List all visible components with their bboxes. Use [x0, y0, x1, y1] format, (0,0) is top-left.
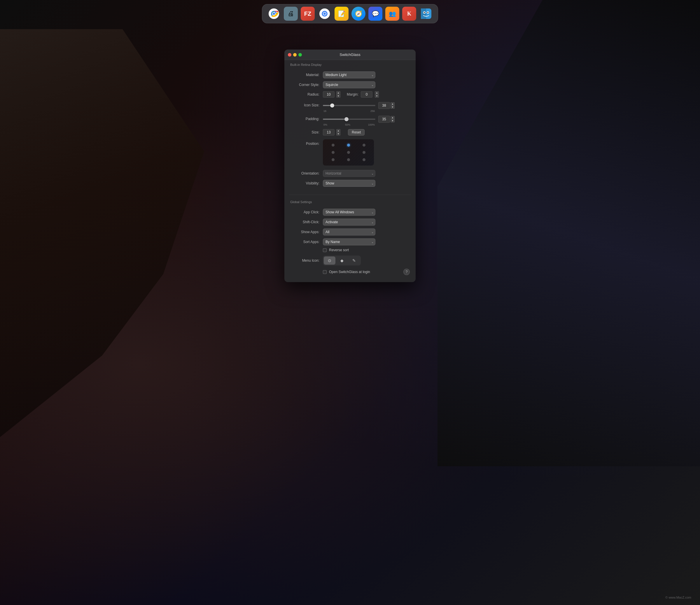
- menu-icon-option-1[interactable]: ◆: [336, 257, 348, 265]
- menu-icon-option-2[interactable]: ✎: [348, 257, 360, 265]
- position-dot-top-center[interactable]: [347, 144, 350, 147]
- traffic-lights: [288, 53, 302, 56]
- bottom-row: Open SwitchGlass at login ?: [284, 267, 416, 278]
- team-icon[interactable]: 👥: [385, 7, 399, 21]
- show-apps-select-wrapper: All Running Favorites: [323, 229, 375, 235]
- icon-size-increment[interactable]: ▲: [391, 102, 395, 105]
- svg-point-7: [323, 12, 326, 15]
- material-row: Material: Medium Light Medium Dark Light…: [284, 70, 416, 80]
- material-select[interactable]: Medium Light Medium Dark Light Dark Ultr…: [323, 71, 375, 78]
- visibility-row: Visibility: Show Hide Auto-hide: [284, 178, 416, 188]
- icon-size-thumb[interactable]: [330, 103, 334, 108]
- shift-click-label: Shift-Click:: [290, 220, 319, 224]
- icon-size-slider-row: 38 ▲ ▼: [323, 102, 395, 109]
- radius-input[interactable]: [323, 91, 334, 98]
- visibility-select[interactable]: Show Hide Auto-hide: [323, 180, 375, 187]
- chat-icon[interactable]: 💬: [368, 7, 382, 21]
- size-input[interactable]: [323, 129, 334, 135]
- icon-size-value-stepper: 38 ▲ ▼: [378, 102, 395, 109]
- svg-point-13: [427, 12, 428, 13]
- padding-increment[interactable]: ▲: [391, 116, 395, 119]
- padding-slider-container: 35 ▲ ▼ 0% 50% 100%: [323, 116, 395, 126]
- icon-size-max-mark: 256: [370, 110, 375, 112]
- menu-icon-row: Menu Icon: ⊙ ◆ ✎: [284, 253, 416, 267]
- scanner-icon[interactable]: 🖨: [284, 7, 298, 21]
- display-settings: Material: Medium Light Medium Dark Light…: [284, 68, 416, 192]
- margin-increment[interactable]: ▲: [375, 91, 379, 95]
- maximize-button[interactable]: [298, 53, 302, 56]
- open-at-login-checkbox[interactable]: [323, 270, 327, 274]
- app-click-select[interactable]: Show All Windows Activate Show Dock Menu: [323, 209, 375, 216]
- orientation-select[interactable]: Horizontal Vertical: [323, 170, 375, 177]
- position-dot-bottom-right[interactable]: [362, 158, 366, 161]
- app-click-label: App Click:: [290, 210, 319, 214]
- close-button[interactable]: [288, 53, 291, 56]
- safari-icon[interactable]: 🧭: [351, 7, 366, 21]
- corner-style-select[interactable]: Squircle Round Square: [323, 81, 375, 88]
- app-window: SwitchGlass Built-in Retina Display Mate…: [284, 50, 416, 282]
- margin-decrement[interactable]: ▼: [375, 95, 379, 98]
- chrome2-icon[interactable]: [318, 7, 332, 21]
- corner-style-select-wrapper: Squircle Round Square: [323, 81, 375, 88]
- margin-input[interactable]: [361, 91, 372, 98]
- padding-thumb[interactable]: [345, 117, 349, 121]
- show-apps-select[interactable]: All Running Favorites: [323, 229, 375, 235]
- icon-size-stepper: ▲ ▼: [391, 102, 395, 109]
- size-reset-row: Size: ▲ ▼ Reset: [284, 128, 416, 137]
- display-section-header: Built-in Retina Display: [284, 60, 416, 68]
- size-label: Size:: [290, 130, 319, 134]
- padding-decrement[interactable]: ▼: [391, 119, 395, 123]
- icon-size-row: Icon Size: 38 ▲ ▼ 16: [284, 99, 416, 114]
- radius-stepper-buttons: ▲ ▼: [336, 91, 341, 98]
- margin-group: Margin: ▲ ▼: [347, 91, 379, 98]
- visibility-label: Visibility:: [290, 181, 319, 185]
- icon-size-track[interactable]: [323, 105, 375, 106]
- padding-row: Padding: 35 ▲ ▼ 0%: [284, 114, 416, 128]
- menu-icon-selector: ⊙ ◆ ✎: [323, 256, 361, 265]
- position-dot-bottom-left[interactable]: [332, 158, 334, 161]
- position-dot-middle-right[interactable]: [362, 151, 366, 154]
- icon-size-decrement[interactable]: ▼: [391, 105, 395, 109]
- help-button[interactable]: ?: [403, 269, 410, 275]
- k-app-icon[interactable]: K: [402, 7, 416, 21]
- sort-apps-select[interactable]: By Name By Usage Manual: [323, 238, 375, 245]
- radius-increment[interactable]: ▲: [336, 91, 341, 95]
- material-label: Material:: [290, 73, 319, 77]
- position-dot-middle-left[interactable]: [332, 151, 334, 154]
- minimize-button[interactable]: [293, 53, 297, 56]
- position-dot-top-right[interactable]: [362, 144, 366, 147]
- padding-track[interactable]: [323, 119, 375, 120]
- menu-icon-option-0[interactable]: ⊙: [324, 257, 335, 265]
- chrome-icon[interactable]: [267, 7, 281, 21]
- position-label: Position:: [290, 139, 319, 146]
- radius-decrement[interactable]: ▼: [336, 95, 341, 98]
- reset-button[interactable]: Reset: [348, 129, 365, 135]
- window-title: SwitchGlass: [340, 52, 360, 57]
- menu-icon-label: Menu Icon:: [290, 259, 319, 263]
- svg-point-3: [273, 12, 275, 15]
- orientation-row: Orientation: Horizontal Vertical: [284, 167, 416, 178]
- global-section-header: Global Settings: [284, 197, 416, 206]
- reverse-sort-checkbox[interactable]: [323, 248, 327, 252]
- size-decrement[interactable]: ▼: [336, 132, 341, 135]
- margin-label: Margin:: [347, 93, 358, 97]
- dock-bar: 🖨 FZ 📝 🧭 💬 👥 K: [262, 4, 438, 23]
- notes-icon[interactable]: 📝: [334, 7, 349, 21]
- position-grid[interactable]: [323, 139, 374, 165]
- position-dot-middle-center[interactable]: [347, 151, 350, 154]
- show-apps-label: Show Apps:: [290, 230, 319, 234]
- watermark: © www.MacZ.com: [665, 596, 691, 599]
- global-settings: App Click: Show All Windows Activate Sho…: [284, 206, 416, 282]
- position-dots: [323, 139, 374, 165]
- position-dot-bottom-center[interactable]: [347, 158, 350, 161]
- size-increment[interactable]: ▲: [336, 129, 341, 132]
- filezilla-icon[interactable]: FZ: [301, 7, 315, 21]
- position-dot-top-left[interactable]: [332, 144, 334, 147]
- finder-icon[interactable]: [419, 7, 433, 21]
- reverse-sort-row: Reverse sort: [284, 247, 416, 253]
- icon-size-label: Icon Size:: [290, 102, 319, 107]
- open-at-login-label: Open SwitchGlass at login: [329, 270, 370, 274]
- shift-click-select[interactable]: Activate Show All Windows Show Dock Menu: [323, 218, 375, 226]
- size-stepper-group: ▲ ▼ Reset: [323, 129, 365, 135]
- radius-label: Radius:: [290, 93, 319, 97]
